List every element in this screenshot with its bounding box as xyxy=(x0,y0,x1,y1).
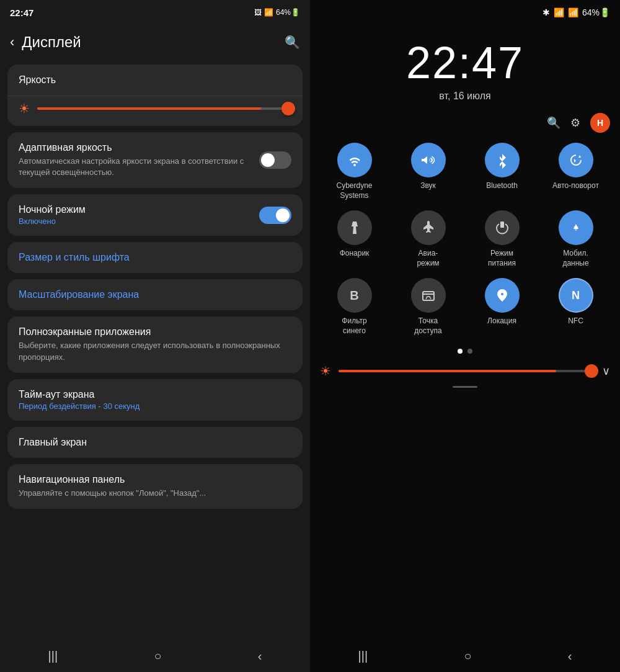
nav-panel-item[interactable]: Навигационная панель Управляйте с помощь… xyxy=(7,464,303,509)
nav-back-left[interactable]: ‹ xyxy=(258,649,262,663)
tile-autorotate[interactable]: Авто-поворот xyxy=(541,143,610,200)
home-screen-item[interactable]: Главный экран xyxy=(7,427,303,458)
dot-1 xyxy=(458,349,463,354)
tile-circle-flashlight xyxy=(337,210,372,245)
settings-scroll[interactable]: Яркость ☀ Адаптивная яркость Автоматичес… xyxy=(0,60,310,640)
night-mode-toggle[interactable] xyxy=(259,207,291,224)
tile-nfc[interactable]: N NFC xyxy=(541,278,610,336)
adaptive-toggle-knob xyxy=(261,153,275,167)
nav-home-left[interactable]: ○ xyxy=(154,649,161,663)
screen-scale-plain: Масштаби xyxy=(19,289,66,300)
search-button-left[interactable]: 🔍 xyxy=(285,35,300,50)
tile-mobiledata[interactable]: Мобил.данные xyxy=(541,210,610,268)
nav-bar-right: ||| ○ ‹ xyxy=(310,640,620,672)
signal-status-right: 📶 xyxy=(568,7,578,17)
night-mode-title: Ночной режим xyxy=(19,204,259,215)
tile-circle-bluefilter: B xyxy=(337,278,372,313)
tile-label-power: Режимпитания xyxy=(488,249,516,268)
font-style-title: Размер и стиль шрифта xyxy=(19,252,291,263)
brightness-thumb[interactable] xyxy=(281,102,295,115)
brightness-item: Яркость xyxy=(7,65,303,96)
tile-circle-bluetooth xyxy=(485,143,520,177)
tile-label-autorotate: Авто-поворот xyxy=(552,181,599,191)
svg-rect-0 xyxy=(500,222,504,228)
tile-sound[interactable]: Звук xyxy=(394,143,463,200)
nav-back-right[interactable]: ‹ xyxy=(568,649,572,663)
svg-rect-1 xyxy=(423,292,434,300)
tile-label-bluefilter: Фильтрсинего xyxy=(342,316,366,336)
night-mode-row: Ночной режим Включено xyxy=(19,204,291,226)
tile-location[interactable]: Локация xyxy=(467,278,536,336)
dot-2 xyxy=(467,349,472,354)
nav-panel-card[interactable]: Навигационная панель Управляйте с помощь… xyxy=(7,464,303,509)
home-screen-title: Главный экран xyxy=(19,437,291,448)
tile-circle-sound xyxy=(411,143,446,177)
brightness-title: Яркость xyxy=(19,74,56,85)
page-title: Дисплей xyxy=(22,34,277,51)
brightness-row[interactable]: ☀ xyxy=(7,96,303,126)
nav-menu-right[interactable]: ||| xyxy=(358,649,368,663)
tile-airplane[interactable]: Авиа-режим xyxy=(394,210,463,268)
divider-line xyxy=(453,386,477,388)
home-screen-card[interactable]: Главный экран xyxy=(7,427,303,458)
adaptive-item: Адаптивная яркость Автоматическая настро… xyxy=(7,132,303,188)
quick-tiles-row3: B Фильтрсинего Точкадоступа Локация xyxy=(310,273,620,341)
fullscreen-item[interactable]: Полноэкранные приложения Выберите, какие… xyxy=(7,316,303,372)
brightness-fill-right xyxy=(339,370,556,372)
adaptive-brightness-card: Адаптивная яркость Автоматическая настро… xyxy=(7,132,303,188)
gallery-icon: 🖼 xyxy=(254,8,262,17)
adaptive-title: Адаптивная яркость xyxy=(19,142,259,153)
tile-circle-airplane xyxy=(411,210,446,245)
tile-circle-autorotate xyxy=(559,143,593,177)
back-button[interactable]: ‹ xyxy=(10,34,14,50)
tile-flashlight[interactable]: Фонарик xyxy=(320,210,389,268)
timeout-title: Тайм-аут экрана xyxy=(19,389,291,400)
expand-icon[interactable]: ∨ xyxy=(602,364,610,378)
nav-panel-title: Навигационная панель xyxy=(19,474,291,485)
tile-power[interactable]: Режимпитания xyxy=(467,210,536,268)
tile-circle-nfc: N xyxy=(559,278,593,313)
tile-hotspot[interactable]: Точкадоступа xyxy=(394,278,463,336)
adaptive-toggle[interactable] xyxy=(259,151,291,169)
screen-scale-item[interactable]: Масштабирование экрана xyxy=(7,279,303,310)
fullscreen-card[interactable]: Полноэкранные приложения Выберите, какие… xyxy=(7,316,303,372)
tile-circle-mobiledata xyxy=(559,210,593,245)
fullscreen-subtitle: Выберите, какие приложения следует испол… xyxy=(19,340,291,362)
brightness-fill xyxy=(37,107,261,110)
nav-home-right[interactable]: ○ xyxy=(464,649,471,663)
night-mode-status: Включено xyxy=(19,217,259,226)
brightness-card: Яркость ☀ xyxy=(7,65,303,126)
font-style-item[interactable]: Размер и стиль шрифта xyxy=(7,242,303,273)
adaptive-subtitle: Автоматическая настройка яркости экрана … xyxy=(19,156,259,178)
status-bar-left: 22:47 🖼 📶 64%🔋 xyxy=(0,0,310,25)
brightness-row-right[interactable]: ☀ ∨ xyxy=(310,361,620,381)
tile-label-airplane: Авиа-режим xyxy=(417,249,439,268)
left-panel: 22:47 🖼 📶 64%🔋 ‹ Дисплей 🔍 Яркость ☀ xyxy=(0,0,310,672)
tile-label-bluetooth: Bluetooth xyxy=(486,181,518,191)
tile-wifi[interactable]: CyberdyneSystems xyxy=(320,143,389,200)
night-mode-toggle-knob xyxy=(276,208,290,222)
tile-bluefilter[interactable]: B Фильтрсинего xyxy=(320,278,389,336)
sun-icon-right: ☀ xyxy=(320,364,331,379)
nav-menu-left[interactable]: ||| xyxy=(48,649,58,663)
adaptive-row: Адаптивная яркость Автоматическая настро… xyxy=(19,142,291,178)
font-style-card[interactable]: Размер и стиль шрифта xyxy=(7,242,303,273)
timeout-card[interactable]: Тайм-аут экрана Период бездействия - 30 … xyxy=(7,379,303,421)
brightness-slider-right[interactable] xyxy=(339,370,595,372)
tile-circle-hotspot xyxy=(411,278,446,313)
user-avatar[interactable]: H xyxy=(590,113,610,133)
brightness-thumb-right[interactable] xyxy=(585,364,598,378)
fullscreen-title: Полноэкранные приложения xyxy=(19,326,291,338)
screen-scale-card[interactable]: Масштабирование экрана xyxy=(7,279,303,310)
screen-scale-title: Масштабирование экрана xyxy=(19,289,291,300)
page-dots xyxy=(310,341,620,361)
wifi-status-right: 📶 xyxy=(554,7,564,17)
brightness-slider[interactable] xyxy=(37,107,291,110)
tile-bluetooth[interactable]: Bluetooth xyxy=(467,143,536,200)
quick-search-icon[interactable]: 🔍 xyxy=(547,116,560,130)
quick-settings-icon[interactable]: ⚙ xyxy=(570,116,580,130)
timeout-item[interactable]: Тайм-аут экрана Период бездействия - 30 … xyxy=(7,379,303,421)
quick-tiles-row1: CyberdyneSystems Звук Bluetooth xyxy=(310,138,620,205)
sun-icon: ☀ xyxy=(19,101,30,116)
tile-label-sound: Звук xyxy=(420,181,436,191)
